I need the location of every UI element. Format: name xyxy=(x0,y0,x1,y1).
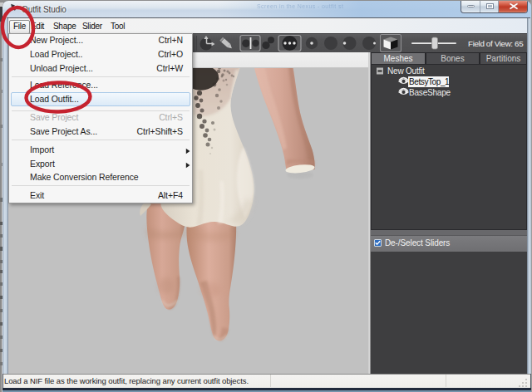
svg-text:Field of View: 65: Field of View: 65 xyxy=(468,39,524,48)
